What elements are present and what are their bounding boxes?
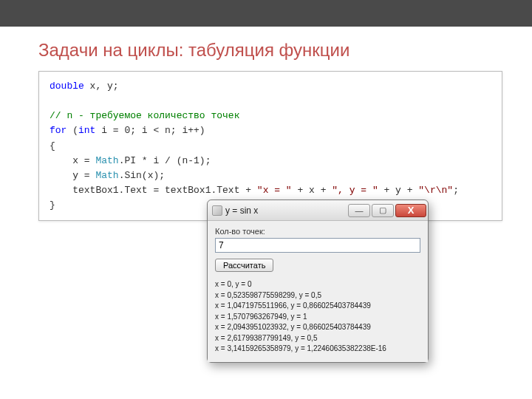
code-kw-double: double bbox=[50, 81, 84, 92]
points-input[interactable] bbox=[215, 238, 420, 253]
code-block: double x, y; // n - требуемое количество… bbox=[38, 71, 502, 221]
code-comment: // n - требуемое количество точек bbox=[50, 110, 239, 121]
slide-topbar bbox=[0, 0, 532, 27]
app-window: y = sin x — ▢ X Кол-во точек: Рассчитать… bbox=[207, 200, 429, 363]
code-text: .PI * i / (n-1); bbox=[119, 155, 211, 166]
code-text: } bbox=[50, 200, 55, 211]
code-kw-for: for bbox=[50, 125, 66, 136]
code-class-math: Math bbox=[95, 155, 118, 166]
window-titlebar[interactable]: y = sin x — ▢ X bbox=[208, 200, 428, 221]
app-icon bbox=[212, 205, 222, 216]
code-string: "x = " bbox=[257, 185, 292, 196]
code-text: + y + bbox=[378, 185, 419, 196]
window-title: y = sin x bbox=[225, 205, 258, 216]
points-label: Кол-во точек: bbox=[215, 227, 420, 236]
code-text: x, y; bbox=[84, 81, 119, 92]
slide-title: Задачи на циклы: табуляция функции bbox=[38, 40, 532, 61]
code-text: y = bbox=[50, 170, 95, 181]
code-text: x = bbox=[50, 155, 95, 166]
close-button[interactable]: X bbox=[395, 204, 426, 217]
minimize-button[interactable]: — bbox=[348, 204, 370, 217]
code-string: "\r\n" bbox=[418, 185, 453, 196]
output-textbox[interactable]: x = 0, y = 0 x = 0,523598775598299, y = … bbox=[215, 279, 420, 355]
code-class-math: Math bbox=[95, 170, 118, 181]
code-text: i = 0; i < n; i++) bbox=[95, 125, 205, 136]
window-body: Кол-во точек: Рассчитать x = 0, y = 0 x … bbox=[208, 221, 428, 362]
code-kw-int: int bbox=[78, 125, 95, 136]
code-text: .Sin(x); bbox=[119, 170, 165, 181]
code-text: ( bbox=[66, 125, 78, 136]
maximize-button[interactable]: ▢ bbox=[372, 204, 394, 217]
code-text: textBox1.Text = textBox1.Text + bbox=[50, 185, 257, 196]
code-text: + x + bbox=[292, 185, 332, 196]
code-text: { bbox=[50, 140, 55, 151]
calculate-button[interactable]: Рассчитать bbox=[215, 259, 273, 272]
code-string: ", y = " bbox=[332, 185, 378, 196]
code-text: ; bbox=[453, 185, 459, 196]
